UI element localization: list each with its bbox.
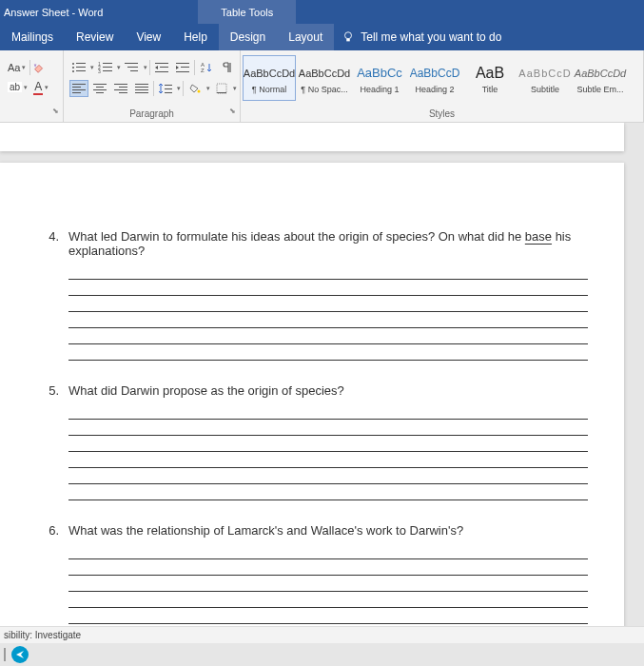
question-text: What was the relationship of Lamarck's a… xyxy=(68,523,588,538)
svg-rect-15 xyxy=(127,67,138,68)
style-item-1[interactable]: AaBbCcDd¶ No Spac... xyxy=(298,55,351,101)
svg-point-4 xyxy=(72,67,74,69)
style-preview: AaBbCcDd xyxy=(299,62,350,85)
clear-formatting-button[interactable] xyxy=(32,61,46,74)
question-text: What led Darwin to formulate his ideas a… xyxy=(68,229,588,258)
svg-rect-29 xyxy=(93,84,107,85)
svg-rect-43 xyxy=(165,92,172,93)
taskbar-app-icon[interactable] xyxy=(11,646,29,663)
style-item-4[interactable]: AaBTitle xyxy=(463,55,517,101)
svg-rect-40 xyxy=(135,92,148,93)
style-name: Subtitle xyxy=(521,85,569,94)
svg-rect-9 xyxy=(103,63,112,64)
svg-text:Z: Z xyxy=(201,68,205,73)
bulb-icon xyxy=(342,30,355,44)
style-item-6[interactable]: AaBbCcDdSubtle Em... xyxy=(574,55,627,101)
style-name: ¶ Normal xyxy=(245,85,293,94)
pilcrow-icon xyxy=(223,62,232,73)
svg-rect-30 xyxy=(96,87,104,88)
svg-rect-46 xyxy=(217,92,226,93)
style-item-5[interactable]: AaBbCcDSubtitle xyxy=(518,55,572,101)
answer-line xyxy=(68,592,588,608)
accessibility-status[interactable]: sibility: Investigate xyxy=(4,630,81,640)
spacing-icon xyxy=(159,83,172,94)
style-item-0[interactable]: AaBbCcDd¶ Normal xyxy=(243,55,296,101)
tab-design[interactable]: Design xyxy=(219,24,277,50)
change-case-button[interactable]: Aa▾ xyxy=(6,61,28,74)
increase-indent-button[interactable] xyxy=(173,59,192,76)
answer-line xyxy=(68,403,588,420)
style-item-2[interactable]: AaBbCcHeading 1 xyxy=(353,55,406,101)
show-hide-button[interactable] xyxy=(218,59,237,76)
svg-rect-28 xyxy=(72,92,81,93)
answer-line xyxy=(68,280,588,296)
style-gallery[interactable]: AaBbCcDd¶ NormalAaBbCcDd¶ No Spac...AaBb… xyxy=(243,55,627,101)
indent-icon xyxy=(176,62,189,73)
font-color-button[interactable]: A▾ xyxy=(31,79,50,96)
highlight-button[interactable]: ab▾ xyxy=(6,81,29,93)
document-area[interactable]: 4.What led Darwin to formulate his ideas… xyxy=(0,123,644,627)
style-preview: AaBbCcD xyxy=(410,62,460,85)
page-bottom-edge xyxy=(0,123,624,151)
tell-me-label: Tell me what you want to do xyxy=(361,30,501,44)
multilevel-list-button[interactable] xyxy=(123,59,142,76)
tab-help[interactable]: Help xyxy=(172,24,219,50)
answer-line xyxy=(68,608,588,624)
svg-rect-31 xyxy=(93,89,107,90)
answer-line xyxy=(68,452,588,468)
svg-rect-25 xyxy=(72,84,86,85)
align-left-button[interactable] xyxy=(69,80,88,97)
paragraph-launcher[interactable]: ⬊ xyxy=(226,107,238,118)
borders-icon xyxy=(216,83,227,94)
svg-rect-7 xyxy=(76,70,86,71)
ribbon: Aa▾ ab▾ A▾ ⬊ ▾ 123 ▾ xyxy=(0,50,644,123)
svg-rect-11 xyxy=(103,67,112,68)
borders-button[interactable] xyxy=(212,80,231,97)
svg-point-0 xyxy=(345,32,352,39)
answer-lines xyxy=(68,264,588,361)
svg-rect-27 xyxy=(72,89,86,90)
numbered-list-button[interactable]: 123 xyxy=(96,59,115,76)
justify-icon xyxy=(135,84,148,93)
paragraph-group: ▾ 123 ▾ ▾ AZ xyxy=(64,50,241,122)
style-preview: AaBbCcDd xyxy=(244,62,295,85)
tab-review[interactable]: Review xyxy=(65,24,125,50)
style-preview: AaBbCc xyxy=(357,62,402,85)
align-right-button[interactable] xyxy=(111,80,130,97)
ribbon-tabs: Mailings Review View Help Design Layout … xyxy=(0,24,644,50)
status-bar: sibility: Investigate xyxy=(0,626,644,643)
tell-me-search[interactable]: Tell me what you want to do xyxy=(342,30,501,44)
svg-rect-17 xyxy=(155,63,168,64)
style-name: Heading 1 xyxy=(356,85,403,94)
table-tools-label: Table Tools xyxy=(198,0,296,24)
font-launcher[interactable]: ⬊ xyxy=(49,107,61,118)
bullet-list-button[interactable] xyxy=(69,59,88,76)
svg-rect-22 xyxy=(176,71,189,72)
svg-rect-35 xyxy=(114,89,127,90)
shading-button[interactable] xyxy=(185,80,205,97)
align-center-icon xyxy=(93,84,107,93)
decrease-indent-button[interactable] xyxy=(152,59,171,76)
svg-rect-3 xyxy=(76,63,86,64)
justify-button[interactable] xyxy=(132,80,151,97)
tab-mailings[interactable]: Mailings xyxy=(0,24,65,50)
question-5: 5.What did Darwin propose as the origin … xyxy=(36,383,588,500)
bucket-icon xyxy=(188,83,202,94)
style-name: Subtle Em... xyxy=(576,85,624,94)
align-center-button[interactable] xyxy=(90,80,109,97)
answer-line xyxy=(68,296,588,312)
svg-rect-1 xyxy=(347,39,351,42)
question-number: 4. xyxy=(36,229,59,258)
style-item-3[interactable]: AaBbCcDHeading 2 xyxy=(408,55,461,101)
svg-rect-18 xyxy=(160,67,168,68)
document-page[interactable]: 4.What led Darwin to formulate his ideas… xyxy=(0,163,624,627)
line-spacing-button[interactable] xyxy=(156,80,175,97)
multilevel-icon xyxy=(125,62,140,73)
svg-rect-19 xyxy=(155,71,168,72)
svg-rect-5 xyxy=(76,67,86,68)
tab-layout[interactable]: Layout xyxy=(277,24,334,50)
tab-view[interactable]: View xyxy=(125,24,172,50)
document-title: Answer Sheet - Word xyxy=(0,7,103,18)
sort-button[interactable]: AZ xyxy=(197,59,216,76)
style-preview: AaBbCcDd xyxy=(575,62,626,85)
